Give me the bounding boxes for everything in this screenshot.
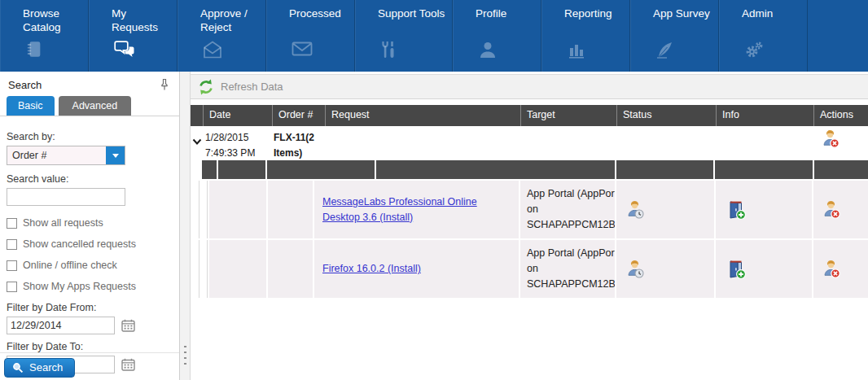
tab-basic[interactable]: Basic bbox=[7, 96, 55, 116]
col-status[interactable]: Status bbox=[616, 105, 716, 126]
request-link[interactable]: MessageLabs Professional Online Desktop … bbox=[322, 194, 511, 225]
group-date: 1/28/2015 7:49:33 PM bbox=[203, 126, 272, 160]
target-cell: App Portal (AppPortal) on SCHAPAPPCM12BO… bbox=[520, 240, 615, 298]
order-cell bbox=[268, 181, 313, 238]
nav-approve-reject-label: Approve / Reject bbox=[200, 7, 262, 35]
nav-reporting-label: Reporting bbox=[564, 7, 626, 21]
search-by-select[interactable]: Order # bbox=[7, 146, 125, 165]
add-program-icon[interactable] bbox=[726, 259, 747, 280]
nav-app-survey-label: App Survey bbox=[653, 7, 715, 21]
target-cell: App Portal (AppPortal) on SCHAPAPPCM12BO… bbox=[520, 181, 615, 238]
row-indent bbox=[199, 240, 208, 298]
checkbox-icon[interactable] bbox=[7, 239, 17, 250]
col-date[interactable]: Date bbox=[203, 105, 272, 126]
nav-processed[interactable]: Processed bbox=[266, 0, 355, 72]
pen-icon bbox=[655, 41, 675, 62]
checkbox-icon[interactable] bbox=[7, 260, 17, 271]
col-actions[interactable]: Actions bbox=[813, 105, 868, 126]
open-envelope-icon bbox=[203, 41, 222, 62]
checkbox-icon[interactable] bbox=[7, 282, 17, 292]
collapse-group-button[interactable] bbox=[191, 126, 203, 160]
bar-chart-icon bbox=[567, 41, 586, 62]
nav-app-survey[interactable]: App Survey bbox=[630, 0, 719, 72]
nav-browse-catalog-label: Browse Catalog bbox=[23, 7, 85, 35]
order-cell bbox=[268, 240, 313, 298]
nav-admin-label: Admin bbox=[742, 7, 804, 21]
info-cell bbox=[716, 240, 812, 298]
person-icon bbox=[478, 41, 498, 62]
search-button[interactable]: Search bbox=[4, 358, 75, 378]
refresh-data-button[interactable] bbox=[197, 78, 215, 96]
col-target[interactable]: Target bbox=[520, 105, 616, 126]
col-info[interactable]: Info bbox=[716, 105, 813, 126]
nav-approve-reject[interactable]: Approve / Reject bbox=[178, 0, 266, 72]
nav-profile[interactable]: Profile bbox=[453, 0, 541, 72]
request-cell: Firefox 16.0.2 (Install) bbox=[314, 240, 519, 298]
chat-bubbles-icon bbox=[114, 41, 135, 62]
status-cell bbox=[616, 181, 714, 238]
refresh-icon bbox=[197, 78, 215, 96]
actions-cell bbox=[813, 181, 868, 238]
checkbox-online-offline-check[interactable]: Online / offline check bbox=[7, 260, 173, 271]
nav-support-tools[interactable]: Support Tools bbox=[355, 0, 453, 72]
calendar-icon[interactable] bbox=[121, 319, 135, 332]
request-row: MessageLabs Professional Online Desktop … bbox=[191, 181, 868, 238]
gears-icon bbox=[744, 41, 764, 62]
envelope-icon bbox=[292, 41, 313, 60]
checkbox-icon[interactable] bbox=[7, 218, 17, 229]
order-group-row: 1/28/2015 7:49:33 PM FLX-11(2 Items) bbox=[191, 126, 868, 160]
nav-admin[interactable]: Admin bbox=[719, 0, 808, 72]
panel-splitter[interactable] bbox=[180, 72, 191, 380]
status-cell bbox=[616, 240, 714, 298]
date-cell bbox=[209, 240, 266, 298]
search-by-dropdown-button[interactable] bbox=[106, 146, 125, 164]
magnifier-icon bbox=[12, 362, 24, 373]
tab-advanced[interactable]: Advanced bbox=[59, 96, 132, 116]
refresh-data-label[interactable]: Refresh Data bbox=[221, 81, 283, 93]
user-status-icon[interactable] bbox=[625, 259, 645, 279]
grid-header: Date Order # Request Target Status Info … bbox=[191, 105, 868, 126]
request-cell: MessageLabs Professional Online Desktop … bbox=[314, 181, 519, 238]
search-by-label: Search by: bbox=[7, 131, 173, 142]
date-cell bbox=[209, 181, 266, 238]
user-status-icon[interactable] bbox=[625, 199, 645, 220]
search-value-input[interactable] bbox=[7, 188, 125, 206]
checkbox-show-cancelled-requests[interactable]: Show cancelled requests bbox=[7, 238, 173, 250]
chevron-down-icon bbox=[112, 154, 119, 158]
cancel-request-icon[interactable] bbox=[821, 199, 841, 220]
actions-cell bbox=[813, 240, 868, 298]
add-program-icon[interactable] bbox=[726, 199, 747, 221]
nested-grid-header bbox=[202, 160, 868, 179]
cancel-request-icon[interactable] bbox=[821, 259, 841, 279]
requests-main: Refresh Data Date Order # Request Target… bbox=[191, 72, 868, 380]
search-button-label: Search bbox=[29, 361, 63, 373]
nav-my-requests[interactable]: My Requests bbox=[89, 0, 178, 72]
col-order[interactable]: Order # bbox=[272, 105, 325, 126]
search-value-label: Search value: bbox=[7, 173, 173, 185]
date-from-label: Filter by Date From: bbox=[7, 302, 173, 313]
nav-my-requests-label: My Requests bbox=[112, 7, 173, 35]
cancel-request-icon[interactable] bbox=[820, 129, 868, 149]
nav-filler bbox=[808, 0, 868, 72]
nav-reporting[interactable]: Reporting bbox=[541, 0, 630, 72]
nav-processed-label: Processed bbox=[289, 7, 351, 21]
checkbox-show-my-apps-requests[interactable]: Show My Apps Requests bbox=[7, 281, 173, 292]
date-to-label: Filter by Date To: bbox=[7, 341, 173, 352]
book-icon bbox=[25, 41, 43, 61]
checkbox-show-all-requests[interactable]: Show all requests bbox=[7, 217, 173, 229]
col-request[interactable]: Request bbox=[325, 105, 520, 126]
top-navigation: Browse Catalog My Requests Approve / Rej… bbox=[0, 0, 868, 72]
search-tabs: Basic Advanced bbox=[0, 96, 179, 116]
row-indent bbox=[199, 181, 208, 238]
info-cell bbox=[716, 181, 812, 238]
nav-support-tools-label: Support Tools bbox=[378, 7, 449, 21]
nav-browse-catalog[interactable]: Browse Catalog bbox=[0, 0, 89, 72]
date-from-input[interactable] bbox=[7, 317, 115, 334]
group-order-id: FLX-11(2 Items) bbox=[272, 126, 325, 160]
request-link[interactable]: Firefox 16.0.2 (Install) bbox=[322, 261, 421, 277]
pin-icon[interactable] bbox=[160, 78, 169, 91]
search-panel: Search Basic Advanced Search by: Order #… bbox=[0, 72, 180, 380]
splitter-grip-icon[interactable] bbox=[184, 346, 186, 367]
tools-icon bbox=[380, 41, 397, 62]
col-expander[interactable] bbox=[191, 105, 203, 126]
